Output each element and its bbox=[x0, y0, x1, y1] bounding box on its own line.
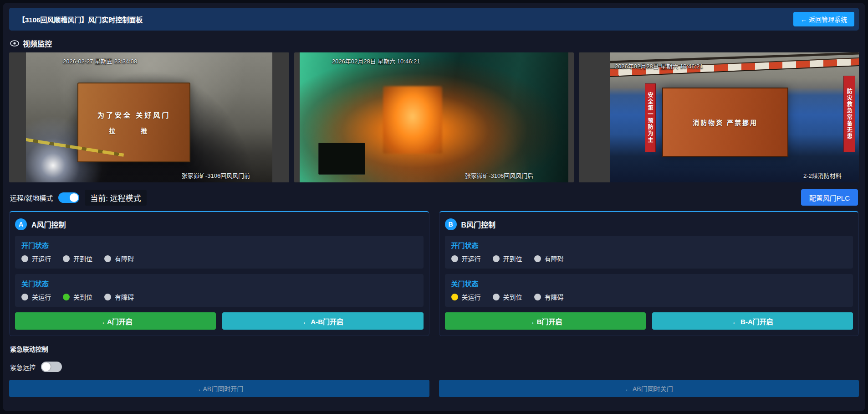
camera-caption: 张家峁矿-3106回风风门后 bbox=[465, 171, 533, 180]
door-pull-push-text: 拉 推 bbox=[109, 126, 159, 135]
camera-timestamp: 2026年02月28日 星期六 10:46:21 bbox=[615, 62, 703, 70]
indicator-label: 有障碍 bbox=[115, 254, 134, 263]
status-dot bbox=[63, 294, 70, 300]
control-panel-page: 【3106回风顺槽风门】风门实时控制面板 ← 返回管理系统 视频监控 为了安全 … bbox=[3, 3, 865, 411]
door-control-cards: A A风门控制 开门状态 开运行 开到位 有障碍 关门状态 关运行 关到位 有障… bbox=[9, 211, 859, 336]
emergency-remote-toggle[interactable] bbox=[41, 362, 62, 372]
indicator-label: 开到位 bbox=[73, 254, 92, 263]
close-status-label: 关门状态 bbox=[21, 279, 417, 288]
status-dot bbox=[451, 255, 458, 262]
door-a-open-status-box: 开门状态 开运行 开到位 有障碍 bbox=[15, 236, 424, 269]
open-status-label: 开门状态 bbox=[21, 240, 417, 250]
camera-panel-rear: 2026年02月28日 星期六 10:46:21 张家峁矿-3106回风风门后 bbox=[294, 52, 574, 182]
indicator-row: 关运行 关到位 有障碍 bbox=[451, 292, 847, 301]
remote-local-mode-toggle[interactable] bbox=[58, 192, 79, 203]
door-a-card: A A风门控制 开门状态 开运行 开到位 有障碍 关门状态 关运行 关到位 有障… bbox=[9, 211, 429, 336]
indicator-label: 关到位 bbox=[73, 292, 92, 301]
camera-panel-materials: 安全第一预防为主 消防物资 严禁挪用 防灾救急常备无患 2026年02月28日 … bbox=[579, 52, 859, 182]
door-b-buttons: → B门开启 ← B-A门开启 bbox=[445, 312, 853, 330]
door-b-open-status-box: 开门状态 开运行 开到位 有障碍 bbox=[445, 236, 853, 269]
camera-timestamp: 2026-02-27 星期五 23:34:08 bbox=[63, 57, 137, 65]
indicator-row: 开运行 开到位 有障碍 bbox=[451, 254, 847, 263]
indicator-open-in-place: 开到位 bbox=[493, 254, 522, 263]
close-status-label: 关门状态 bbox=[451, 279, 847, 288]
indicator-close-obstacle: 有障碍 bbox=[534, 292, 564, 301]
video-section-title: 视频监控 bbox=[23, 38, 52, 49]
indicator-open-obstacle: 有障碍 bbox=[534, 254, 564, 263]
header-bar: 【3106回风顺槽风门】风门实时控制面板 ← 返回管理系统 bbox=[9, 8, 859, 31]
door-a-buttons: → A门开启 ← A-B门开启 bbox=[15, 312, 424, 330]
eye-icon bbox=[10, 40, 19, 47]
camera-caption: 张家峁矿-3106回风风门前 bbox=[182, 171, 250, 180]
door-b-card: B B风门控制 开门状态 开运行 开到位 有障碍 关门状态 关运行 关到位 有障… bbox=[439, 211, 859, 336]
page-title: 【3106回风顺槽风门】风门实时控制面板 bbox=[18, 15, 793, 24]
door-b-header: B B风门控制 bbox=[445, 218, 853, 230]
indicator-label: 开运行 bbox=[462, 254, 481, 263]
indicator-label: 有障碍 bbox=[545, 292, 564, 301]
door-a-close-status-box: 关门状态 关运行 关到位 有障碍 bbox=[15, 274, 424, 307]
mode-toggle-label: 远程/就地模式 bbox=[10, 193, 53, 202]
door-b-a-interlock-button[interactable]: ← B-A门开启 bbox=[652, 312, 853, 330]
fire-door-text: 消防物资 严禁挪用 bbox=[693, 118, 758, 127]
emergency-buttons: → AB门同时开门 ← AB门同时关门 bbox=[9, 380, 859, 397]
indicator-close-running: 关运行 bbox=[21, 292, 51, 301]
camera-panel-front: 为了安全 关好风门 拉 推 2026-02-27 星期五 23:34:08 张家… bbox=[9, 52, 289, 182]
status-dot bbox=[493, 255, 500, 262]
status-dot bbox=[534, 255, 541, 262]
camera-feed-door-rear: 2026年02月28日 星期六 10:46:21 张家峁矿-3106回风风门后 bbox=[300, 52, 568, 182]
indicator-label: 有障碍 bbox=[545, 254, 564, 263]
door-b-open-button[interactable]: → B门开启 bbox=[445, 312, 646, 330]
door-a-badge: A bbox=[15, 218, 27, 230]
mine-cart-graphic bbox=[318, 143, 365, 175]
open-status-label: 开门状态 bbox=[451, 240, 847, 250]
emergency-heading: 紧急联动控制 bbox=[10, 344, 858, 353]
indicator-close-in-place: 关到位 bbox=[63, 292, 92, 301]
status-dot bbox=[493, 294, 500, 300]
camera-caption: 2-2煤消防材料 bbox=[803, 171, 842, 180]
camera-feed-fire-materials: 安全第一预防为主 消防物资 严禁挪用 防灾救急常备无患 2026年02月28日 … bbox=[610, 52, 859, 182]
toggle-knob bbox=[70, 193, 78, 202]
indicator-open-obstacle: 有障碍 bbox=[104, 254, 134, 263]
status-dot bbox=[104, 294, 111, 300]
indicator-open-running: 开运行 bbox=[451, 254, 481, 263]
indicator-label: 有障碍 bbox=[115, 292, 134, 301]
emergency-toggle-row: 紧急远控 bbox=[10, 362, 858, 372]
current-mode-text: 当前: 远程模式 bbox=[85, 190, 146, 206]
status-dot bbox=[21, 255, 28, 262]
configure-plc-button[interactable]: 配置风门PLC bbox=[801, 189, 858, 206]
door-b-close-status-box: 关门状态 关运行 关到位 有障碍 bbox=[445, 274, 853, 307]
door-b-title: B风门控制 bbox=[461, 219, 496, 230]
indicator-label: 开运行 bbox=[32, 254, 51, 263]
toggle-knob bbox=[42, 362, 51, 371]
safety-banner-left: 安全第一预防为主 bbox=[645, 83, 656, 152]
mode-bar: 远程/就地模式 当前: 远程模式 配置风门PLC bbox=[10, 189, 858, 206]
door-b-badge: B bbox=[445, 218, 457, 230]
indicator-row: 关运行 关到位 有障碍 bbox=[21, 292, 417, 301]
close-both-doors-button[interactable]: ← AB门同时关门 bbox=[439, 380, 859, 397]
video-section-heading: 视频监控 bbox=[10, 38, 858, 49]
status-dot bbox=[63, 255, 70, 262]
door-a-open-button[interactable]: → A门开启 bbox=[15, 312, 216, 330]
emergency-linkage-section: 紧急联动控制 紧急远控 → AB门同时开门 ← AB门同时关门 bbox=[9, 342, 859, 397]
indicator-label: 开到位 bbox=[503, 254, 522, 263]
door-a-b-interlock-button[interactable]: ← A-B门开启 bbox=[222, 312, 423, 330]
indicator-close-running: 关运行 bbox=[451, 292, 481, 301]
indicator-row: 开运行 开到位 有障碍 bbox=[21, 254, 417, 263]
camera-feed-door-front: 为了安全 关好风门 拉 推 2026-02-27 星期五 23:34:08 张家… bbox=[26, 52, 272, 182]
back-to-management-button[interactable]: ← 返回管理系统 bbox=[793, 12, 854, 26]
door-slogan-text: 为了安全 关好风门 bbox=[97, 110, 170, 119]
door-a-title: A风门控制 bbox=[31, 219, 66, 230]
video-monitor-row: 为了安全 关好风门 拉 推 2026-02-27 星期五 23:34:08 张家… bbox=[9, 52, 859, 182]
safety-banner-right: 防灾救急常备无患 bbox=[843, 76, 855, 152]
status-dot bbox=[21, 294, 28, 300]
door-a-header: A A风门控制 bbox=[15, 218, 424, 230]
open-both-doors-button[interactable]: → AB门同时开门 bbox=[9, 380, 429, 397]
indicator-label: 关运行 bbox=[32, 292, 51, 301]
status-dot bbox=[534, 294, 541, 300]
camera-timestamp: 2026年02月28日 星期六 10:46:21 bbox=[332, 57, 420, 65]
emergency-toggle-label: 紧急远控 bbox=[10, 362, 36, 372]
lit-doorway-graphic bbox=[383, 86, 442, 154]
indicator-open-running: 开运行 bbox=[21, 254, 51, 263]
indicator-label: 关到位 bbox=[503, 292, 522, 301]
indicator-close-obstacle: 有障碍 bbox=[104, 292, 134, 301]
